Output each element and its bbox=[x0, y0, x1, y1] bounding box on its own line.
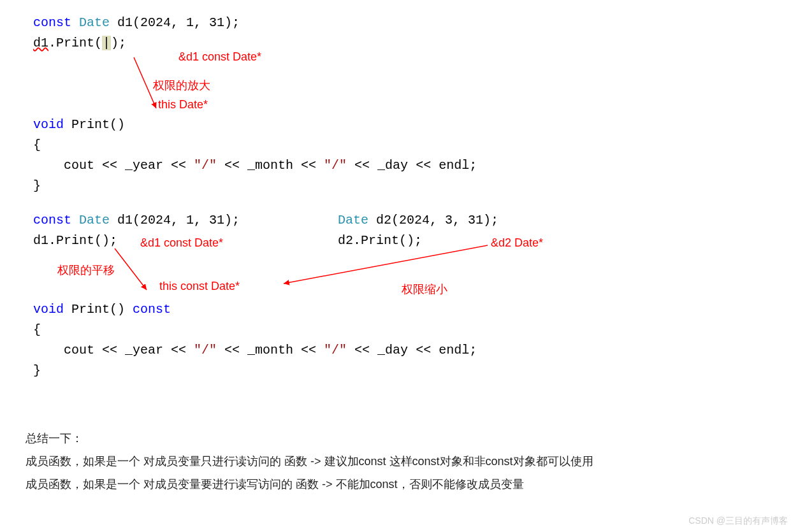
func-name: Print() bbox=[64, 302, 133, 317]
annotation-addr1: &d1 const Date* bbox=[178, 48, 261, 66]
code-line: cout << _year << "/" << _month << "/" <<… bbox=[25, 340, 477, 361]
type-date: Date bbox=[79, 15, 110, 30]
func-name: Print() bbox=[64, 117, 125, 132]
keyword-const: const bbox=[133, 302, 171, 317]
summary-line: 成员函数，如果是一个 对成员变量要进行读写访问的 函数 -> 不能加const，… bbox=[25, 473, 782, 496]
error-underline: d1 bbox=[33, 36, 48, 50]
code-section-2: const Date d1(2024, 1, 31); d1.Print(); … bbox=[25, 210, 782, 401]
keyword-const: const bbox=[33, 213, 71, 227]
code-text: .Print( bbox=[48, 36, 102, 50]
annotation-addr-left: &d1 const Date* bbox=[140, 234, 223, 252]
code-line: void Print() bbox=[25, 115, 477, 135]
annotation-translate: 权限的平移 bbox=[57, 261, 115, 280]
annotation-expand: 权限的放大 bbox=[153, 76, 210, 95]
code-text: cout << _year << bbox=[64, 343, 194, 357]
type-date: Date bbox=[338, 213, 368, 227]
code-text: cout << _year << bbox=[64, 158, 194, 173]
annotation-addr-right: &d2 Date* bbox=[491, 234, 543, 252]
arrow-translate bbox=[108, 245, 159, 296]
code-line: const Date d1(2024, 1, 31); bbox=[25, 210, 240, 231]
code-section-1: const Date d1(2024, 1, 31); d1.Print(|);… bbox=[25, 13, 782, 210]
cursor: | bbox=[102, 36, 111, 50]
summary-block: 总结一下： 成员函数，如果是一个 对成员变量只进行读访问的 函数 -> 建议加c… bbox=[25, 427, 782, 496]
code-text: << _month << bbox=[217, 343, 324, 357]
keyword-const: const bbox=[33, 15, 71, 30]
code-text: << _day << endl; bbox=[347, 158, 477, 173]
annotation-this: this Date* bbox=[158, 96, 208, 114]
code-text: << _day << endl; bbox=[347, 343, 477, 357]
summary-title: 总结一下： bbox=[25, 427, 782, 450]
code-text: d2.Print(); bbox=[338, 233, 422, 248]
string-literal: "/" bbox=[194, 343, 217, 357]
code-text: d2(2024, 3, 31); bbox=[368, 213, 498, 227]
keyword-void: void bbox=[33, 302, 64, 317]
code-line: d2.Print(); bbox=[338, 231, 498, 251]
code-line: Date d2(2024, 3, 31); bbox=[338, 210, 498, 231]
code-line: void Print() const bbox=[25, 299, 477, 320]
code-line: { bbox=[25, 320, 477, 340]
code-line: } bbox=[25, 176, 477, 196]
code-text: ); bbox=[111, 36, 126, 50]
code-line: { bbox=[25, 135, 477, 155]
code-text: d1(2024, 1, 31); bbox=[110, 213, 240, 227]
string-literal: "/" bbox=[324, 158, 347, 173]
summary-line: 成员函数，如果是一个 对成员变量只进行读访问的 函数 -> 建议加const 这… bbox=[25, 450, 782, 473]
string-literal: "/" bbox=[324, 343, 347, 357]
svg-line-1 bbox=[115, 248, 147, 290]
annotation-this-const: this const Date* bbox=[159, 277, 240, 296]
code-line: } bbox=[25, 361, 477, 381]
string-literal: "/" bbox=[194, 158, 217, 173]
keyword-void: void bbox=[33, 117, 64, 132]
code-text: << _month << bbox=[217, 158, 324, 173]
code-line: d1.Print(|); bbox=[25, 33, 782, 54]
code-line: cout << _year << "/" << _month << "/" <<… bbox=[25, 155, 477, 176]
code-text: d1.Print(); bbox=[33, 233, 117, 248]
annotation-shrink: 权限缩小 bbox=[402, 280, 447, 299]
type-date: Date bbox=[79, 213, 110, 227]
code-line: const Date d1(2024, 1, 31); bbox=[25, 13, 782, 33]
svg-line-2 bbox=[284, 245, 488, 284]
code-text: d1(2024, 1, 31); bbox=[110, 15, 240, 30]
